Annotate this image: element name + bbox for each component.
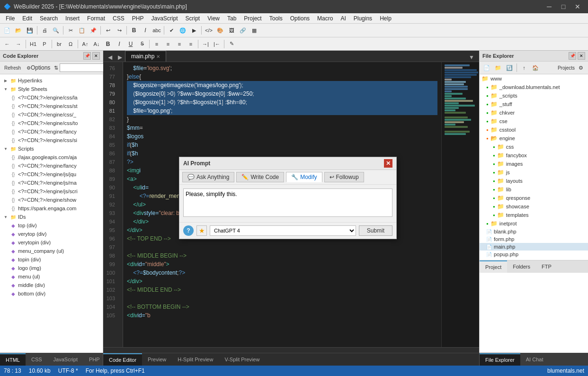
menu-help[interactable]: Help bbox=[376, 14, 395, 23]
menu-plugins[interactable]: Plugins bbox=[350, 14, 376, 23]
tree-scripts[interactable]: ▼ 📁 Scripts bbox=[0, 144, 103, 153]
tb-color[interactable]: 🎨 bbox=[215, 25, 225, 36]
tree-item[interactable]: {} <?=CDN;?>/engine/css/_ bbox=[0, 110, 103, 119]
tb-new[interactable]: 📄 bbox=[2, 25, 12, 36]
close-button[interactable]: ✕ bbox=[571, 2, 584, 11]
tree-lib[interactable]: ● 📁 lib bbox=[480, 185, 588, 194]
tb-italic[interactable]: I bbox=[140, 25, 151, 36]
tree-js[interactable]: ● 📁 js bbox=[480, 168, 588, 177]
tab-javascript[interactable]: JavaScript bbox=[48, 353, 83, 366]
tree-item[interactable]: ◆ middle (div) bbox=[0, 281, 103, 289]
ai-favorite-button[interactable]: ★ bbox=[196, 225, 207, 236]
menu-php[interactable]: PHP bbox=[128, 14, 148, 23]
tb-italic2[interactable]: I bbox=[114, 39, 125, 49]
menu-view[interactable]: View bbox=[204, 14, 223, 23]
tree-item[interactable]: ◆ logo (img) bbox=[0, 264, 103, 272]
tree-item[interactable]: {} <?=CDN;?>/engine/js/jqu bbox=[0, 170, 103, 179]
tree-item[interactable]: ◆ menu_company (ul) bbox=[0, 247, 103, 255]
tb-open[interactable]: 📂 bbox=[13, 25, 24, 36]
tree-stylesheets[interactable]: ▼ 📁 Style Sheets bbox=[0, 85, 103, 93]
menu-insert[interactable]: Insert bbox=[62, 14, 83, 23]
tb-run[interactable]: ▶ bbox=[189, 25, 199, 36]
tree-csstool[interactable]: ● 📁 csstool bbox=[480, 125, 588, 134]
tab-v-split[interactable]: V-Split Preview bbox=[219, 353, 265, 366]
file-main-php[interactable]: 📄 main.php bbox=[480, 243, 588, 251]
tree-images[interactable]: ● 📁 images bbox=[480, 160, 588, 168]
tab-file-explorer[interactable]: File Explorer bbox=[480, 353, 520, 366]
tb-forward[interactable]: → bbox=[13, 39, 24, 49]
tree-item[interactable]: {} <?=CDN;?>/engine/css/la bbox=[0, 93, 103, 102]
tb-align-right[interactable]: ≡ bbox=[174, 39, 185, 49]
tree-item[interactable]: ◆ verytop (div) bbox=[0, 230, 103, 238]
fe-up[interactable]: ↑ bbox=[519, 63, 529, 73]
tb-cut[interactable]: ✂ bbox=[65, 25, 76, 36]
fe-new-folder[interactable]: 📁 bbox=[493, 63, 503, 73]
menu-project[interactable]: Project bbox=[240, 14, 265, 23]
tb-validate[interactable]: ✔ bbox=[166, 25, 177, 36]
tab-project[interactable]: Project bbox=[480, 260, 507, 273]
maximize-button[interactable]: □ bbox=[557, 2, 570, 11]
tree-item[interactable]: {} <?=CDN;?>/engine/css/si bbox=[0, 136, 103, 144]
tab-ftp[interactable]: FTP bbox=[536, 260, 557, 273]
tree-item[interactable]: {} //ajax.googleapis.com/aja bbox=[0, 153, 103, 161]
tree-item[interactable]: {} https://spark.engaga.com bbox=[0, 204, 103, 213]
tree-fancybox[interactable]: ● 📁 fancybox bbox=[480, 151, 588, 160]
panel-close-right[interactable]: ✕ bbox=[578, 52, 585, 60]
tree-item[interactable]: {} <?=CDN;?>/engine/js/ma bbox=[0, 179, 103, 187]
ai-tab-ask[interactable]: 💬 Ask Anything bbox=[182, 172, 234, 182]
fe-new-file[interactable]: 📄 bbox=[481, 63, 492, 73]
menu-search[interactable]: Search bbox=[36, 14, 62, 23]
tab-h-split[interactable]: H-Split Preview bbox=[172, 353, 219, 366]
sort-button[interactable]: ⇅ bbox=[53, 63, 59, 73]
tree-item[interactable]: {} <?=CDN;?>/engine/css/to bbox=[0, 119, 103, 127]
tab-prev[interactable]: ◀ bbox=[105, 53, 115, 62]
ai-help-button[interactable]: ? bbox=[183, 225, 194, 236]
file-blank-php[interactable]: 📄 blank.php bbox=[480, 228, 588, 235]
tree-css[interactable]: ● 📁 css bbox=[480, 143, 588, 151]
tb-print[interactable]: 🖨 bbox=[39, 25, 50, 36]
file-form-php[interactable]: 📄 form.php bbox=[480, 235, 588, 243]
panel-pin[interactable]: 📌 bbox=[83, 52, 91, 60]
tb-underline[interactable]: U bbox=[125, 39, 136, 49]
tree-chkver[interactable]: ● 📁 chkver bbox=[480, 108, 588, 117]
tree-cse[interactable]: ● 📁 cse bbox=[480, 117, 588, 125]
menu-file[interactable]: File bbox=[2, 14, 18, 23]
tree-showcase[interactable]: ● 📁 showcase bbox=[480, 202, 588, 211]
fe-refresh[interactable]: 🔃 bbox=[504, 63, 515, 73]
tree-stuff[interactable]: ● 📁 _stuff bbox=[480, 100, 588, 108]
tb-align-left[interactable]: ≡ bbox=[151, 39, 162, 49]
ai-submit-button[interactable]: Submit bbox=[359, 225, 392, 236]
tab-ai-chat[interactable]: AI Chat bbox=[520, 353, 549, 366]
tb-find[interactable]: 🔍 bbox=[51, 25, 61, 36]
menu-options[interactable]: Options bbox=[286, 14, 313, 23]
tb-font-size-down[interactable]: A↓ bbox=[91, 39, 102, 49]
editor-scrollbar-h[interactable] bbox=[103, 347, 479, 353]
ai-dialog-close-button[interactable]: ✕ bbox=[384, 159, 392, 168]
tb-align-justify[interactable]: ≡ bbox=[186, 39, 196, 49]
ai-tab-followup[interactable]: ↩ Followup bbox=[324, 172, 364, 182]
tree-item[interactable]: ◆ topin (div) bbox=[0, 255, 103, 264]
tb-back[interactable]: ← bbox=[2, 39, 12, 49]
tree-item[interactable]: ◆ top (div) bbox=[0, 221, 103, 230]
ai-tab-modify[interactable]: 🔧 Modify bbox=[286, 172, 322, 182]
tab-preview[interactable]: Preview bbox=[142, 353, 172, 366]
tb-redo[interactable]: ↪ bbox=[114, 25, 125, 36]
tb-table[interactable]: ▦ bbox=[249, 25, 259, 36]
menu-edit[interactable]: Edit bbox=[18, 14, 36, 23]
minimize-button[interactable]: ─ bbox=[543, 2, 556, 11]
tree-item[interactable]: {} <?=CDN;?>/engine/css/st bbox=[0, 102, 103, 110]
menu-tools[interactable]: Tools bbox=[266, 14, 286, 23]
ai-model-select[interactable]: ChatGPT 4 ChatGPT 3.5 Claude Gemini bbox=[210, 225, 356, 236]
panel-pin-right[interactable]: 📌 bbox=[569, 52, 576, 60]
fe-home[interactable]: 🏠 bbox=[530, 63, 541, 73]
tb-bold2[interactable]: B bbox=[103, 39, 113, 49]
tab-code-editor[interactable]: Code Editor bbox=[103, 353, 142, 366]
tb-br[interactable]: br bbox=[54, 39, 64, 49]
tb-paste[interactable]: 📌 bbox=[88, 25, 98, 36]
panel-close[interactable]: ✕ bbox=[92, 52, 100, 60]
tb-browser[interactable]: 🌐 bbox=[178, 25, 188, 36]
menu-macro[interactable]: Macro bbox=[313, 14, 337, 23]
tree-item[interactable]: {} <?=CDN;?>/engine/fancy bbox=[0, 161, 103, 170]
tb-tag[interactable]: </> bbox=[204, 25, 214, 36]
tree-download[interactable]: ● 📁 _download.blumentals.net bbox=[480, 83, 588, 91]
